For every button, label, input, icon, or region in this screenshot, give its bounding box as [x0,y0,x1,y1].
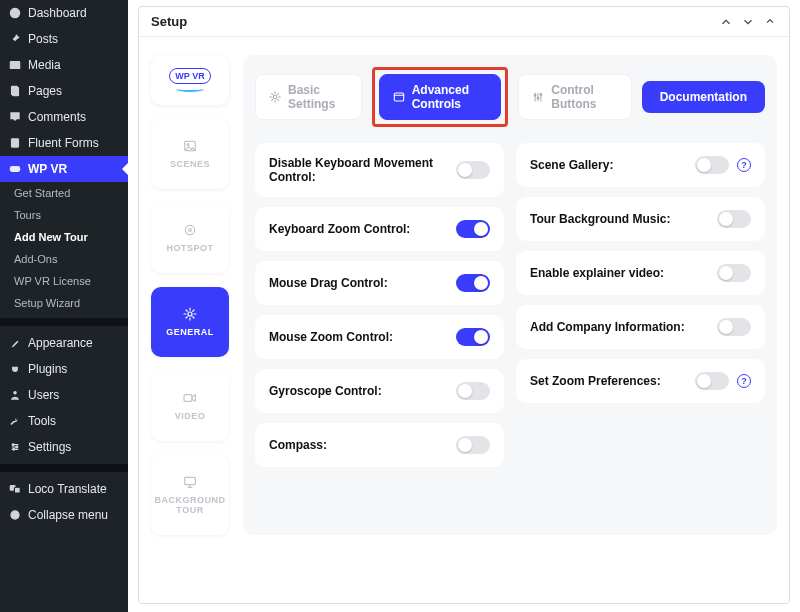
sidebar-item-label: Plugins [28,362,67,376]
vertical-tabs: WP VR SCENESHOTSPOTGENERALVIDEOBACKGROUN… [151,55,229,535]
info-icon[interactable]: ? [737,158,751,172]
htab-control-buttons[interactable]: Control Buttons [518,74,631,120]
sidebar-item-media[interactable]: Media [0,52,128,78]
sidebar-item-label: Appearance [28,336,93,350]
svg-rect-24 [185,477,196,484]
vtab-label: HOTSPOT [166,244,213,254]
sidebar-item-fluent-forms[interactable]: Fluent Forms [0,130,128,156]
htab-label: Basic Settings [288,83,349,111]
wp-admin-sidebar: DashboardPostsMediaPagesCommentsFluent F… [0,0,128,612]
setting-label: Enable explainer video: [530,266,664,280]
toggle-switch[interactable] [717,318,751,336]
sidebar-item-wp-vr[interactable]: WP VR [0,156,128,182]
page-icon [8,84,22,98]
setting-row: Keyboard Zoom Control: [255,207,504,251]
form-icon [8,136,22,150]
info-icon[interactable]: ? [737,374,751,388]
svg-point-22 [188,312,192,316]
toggle-switch[interactable] [717,264,751,282]
svg-point-12 [12,444,14,446]
vtab-background-tour[interactable]: BACKGROUND TOUR [151,455,229,535]
svg-point-25 [273,95,277,99]
accordion-toggle-button[interactable] [763,15,777,29]
settings-left-column: Disable Keyboard Movement Control:Keyboa… [255,143,504,467]
setting-row: Mouse Drag Control: [255,261,504,305]
horizontal-tabs: Basic SettingsAdvanced ControlsControl B… [255,67,765,127]
sidebar-item-users[interactable]: Users [0,382,128,408]
comment-icon [8,110,22,124]
toggle-switch[interactable] [695,372,729,390]
vtab-label: GENERAL [166,328,214,338]
svg-point-27 [534,94,536,96]
sidebar-item-posts[interactable]: Posts [0,26,128,52]
toggle-switch[interactable] [456,382,490,400]
toggle-switch[interactable] [456,220,490,238]
vtab-hotspot[interactable]: HOTSPOT [151,203,229,273]
wpvr-logo: WP VR [151,55,229,105]
brush-icon [8,336,22,350]
panel-title: Setup [151,14,187,29]
collapse-up-button[interactable] [719,15,733,29]
svg-rect-4 [13,88,19,96]
vtab-general[interactable]: GENERAL [151,287,229,357]
sidebar-item-label: Media [28,58,61,72]
sidebar-item-settings[interactable]: Settings [0,434,128,460]
toggle-switch[interactable] [456,274,490,292]
plugin-icon [8,362,22,376]
sidebar-item-label: Dashboard [28,6,87,20]
toggle-switch[interactable] [456,436,490,454]
sidebar-item-appearance[interactable]: Appearance [0,330,128,356]
sidebar-sub-wp-vr-license[interactable]: WP VR License [0,270,128,292]
setting-label: Keyboard Zoom Control: [269,222,410,236]
sidebar-sub-add-new-tour[interactable]: Add New Tour [0,226,128,248]
toggle-switch[interactable] [717,210,751,228]
content-area: Setup WP VR SCENESHOTSPOTGENERALVIDEOBAC… [128,0,800,612]
setting-row: Tour Background Music: [516,197,765,241]
toggle-switch[interactable] [456,328,490,346]
sidebar-item-loco-translate[interactable]: Loco Translate [0,476,128,502]
toggle-switch[interactable] [695,156,729,174]
settings-columns: Disable Keyboard Movement Control:Keyboa… [255,143,765,467]
sidebar-item-comments[interactable]: Comments [0,104,128,130]
settings-right-column: Scene Gallery:?Tour Background Music:Ena… [516,143,765,467]
setting-row: Scene Gallery:? [516,143,765,187]
toggle-switch[interactable] [456,161,490,179]
collapse-down-button[interactable] [741,15,755,29]
sidebar-sub-add-ons[interactable]: Add-Ons [0,248,128,270]
setting-label: Scene Gallery: [530,158,613,172]
sidebar-item-label: Collapse menu [28,508,108,522]
sidebar-item-label: Fluent Forms [28,136,99,150]
setup-panel: Setup WP VR SCENESHOTSPOTGENERALVIDEOBAC… [138,6,790,604]
svg-point-9 [12,168,14,170]
svg-rect-16 [14,487,20,493]
target-icon [182,222,198,238]
htab-basic-settings[interactable]: Basic Settings [255,74,362,120]
accordion-controls [719,15,777,29]
monitor-icon [182,474,198,490]
sidebar-sub-get-started[interactable]: Get Started [0,182,128,204]
setting-row: Set Zoom Preferences:? [516,359,765,403]
sidebar-item-collapse-menu[interactable]: Collapse menu [0,502,128,528]
sidebar-item-dashboard[interactable]: Dashboard [0,0,128,26]
sidebar-item-label: Tools [28,414,56,428]
vtab-video[interactable]: VIDEO [151,371,229,441]
sidebar-sub-setup-wizard[interactable]: Setup Wizard [0,292,128,314]
sidebar-item-pages[interactable]: Pages [0,78,128,104]
svg-rect-26 [394,93,403,101]
user-icon [8,388,22,402]
vtab-scenes[interactable]: SCENES [151,119,229,189]
svg-rect-7 [13,143,18,144]
htab-advanced-controls[interactable]: Advanced Controls [379,74,502,120]
collapse-icon [8,508,22,522]
sidebar-item-label: Loco Translate [28,482,107,496]
documentation-button[interactable]: Documentation [642,81,765,113]
sidebar-item-plugins[interactable]: Plugins [0,356,128,382]
sliders-icon [531,90,545,104]
svg-rect-6 [13,141,18,142]
setting-label: Add Company Information: [530,320,685,334]
sidebar-sub-tours[interactable]: Tours [0,204,128,226]
sidebar-item-tools[interactable]: Tools [0,408,128,434]
setting-row: Add Company Information: [516,305,765,349]
setting-label: Mouse Drag Control: [269,276,388,290]
sidebar-item-label: Pages [28,84,62,98]
